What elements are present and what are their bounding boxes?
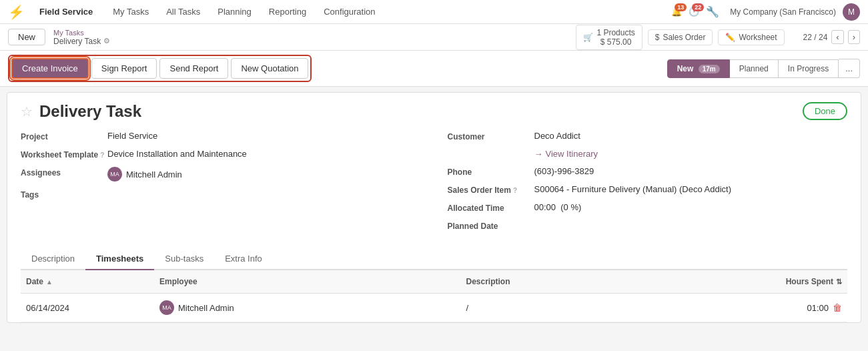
adjust-icon[interactable]: ⇅ [836, 278, 842, 286]
nav-configuration[interactable]: Configuration [321, 4, 378, 19]
th-employee: Employee [154, 274, 461, 289]
customer-label: Customer [448, 131, 534, 141]
th-hours-spent: Hours Spent ⇅ [767, 274, 847, 289]
customer-row: Customer Deco Addict [448, 127, 848, 145]
assignee-name: Mitchell Admin [126, 169, 182, 180]
status-time-badge: 17m [699, 65, 720, 73]
breadcrumb: My Tasks Delivery Task ⚙ [53, 29, 110, 46]
status-planned[interactable]: Planned [730, 59, 779, 78]
favorite-icon[interactable]: ☆ [21, 103, 33, 119]
allocated-time-label: Allocated Time [448, 202, 534, 213]
breadcrumb-parent[interactable]: My Tasks [53, 29, 110, 37]
assignee-avatar: MA [107, 167, 122, 182]
tags-row: Tags [21, 186, 421, 204]
action-highlight-box: Create Invoice Sign Report Send Report N… [8, 55, 312, 82]
products-button[interactable]: 🛒 1 Products $ 575.00 [576, 25, 642, 50]
dollar-icon: $ [655, 33, 660, 42]
products-label: 1 Products $ 575.00 [596, 28, 634, 47]
td-description: / [461, 296, 768, 319]
worksheet-template-value: Device Installation and Maintenance [107, 149, 247, 159]
view-itinerary-row: → View Itinerary [448, 145, 848, 163]
status-new[interactable]: New 17m [667, 59, 730, 78]
sales-order-item-value: S00064 - Furniture Delivery (Manual) (De… [534, 184, 732, 194]
assignees-label: Assignees [21, 167, 107, 178]
assignees-row: Assignees MA Mitchell Admin [21, 163, 421, 186]
content-header: ☆ Delivery Task Done [7, 93, 861, 127]
customer-value: Deco Addict [534, 131, 580, 141]
sales-order-help-icon[interactable]: ? [513, 187, 517, 194]
delete-row-icon[interactable]: 🗑 [833, 302, 842, 313]
next-button[interactable]: › [848, 30, 860, 44]
new-button[interactable]: New [8, 29, 45, 45]
app-name[interactable]: Field Service [39, 7, 93, 17]
app-logo: ⚡ [8, 4, 25, 20]
new-quotation-button[interactable]: New Quotation [231, 58, 308, 79]
th-date: Date ▲ [21, 274, 154, 289]
th-description: Description [461, 274, 768, 289]
tab-timesheets[interactable]: Timesheets [85, 248, 154, 270]
cart-icon: 🛒 [583, 33, 593, 42]
employee-avatar: MA [159, 300, 174, 315]
pencil-icon: ✏️ [725, 33, 735, 42]
settings-icon[interactable]: ⚙ [103, 37, 110, 45]
status-more-button[interactable]: ... [839, 59, 860, 78]
status-bar: New 17m Planned In Progress ... [667, 59, 860, 78]
allocated-time-row: Allocated Time 00:00 (0 %) [448, 199, 848, 217]
assignee-row: MA Mitchell Admin [107, 167, 182, 182]
create-invoice-button[interactable]: Create Invoice [11, 58, 89, 79]
sort-date-icon[interactable]: ▲ [46, 278, 53, 286]
planned-date-label: Planned Date [448, 220, 534, 231]
tools-icon[interactable]: 🔧 [706, 5, 719, 18]
tab-description[interactable]: Description [21, 248, 85, 270]
form-section: Project Field Service Worksheet Template… [7, 127, 861, 242]
table-row: 06/14/2024 MA Mitchell Admin / 01:00 🗑 [21, 294, 847, 322]
tab-sub-tasks[interactable]: Sub-tasks [154, 248, 214, 270]
td-hours-spent: 01:00 🗑 [767, 296, 847, 319]
td-employee: MA Mitchell Admin [154, 296, 461, 319]
phone-label: Phone [448, 166, 534, 177]
view-itinerary-link[interactable]: → View Itinerary [534, 149, 598, 159]
status-in-progress[interactable]: In Progress [779, 59, 839, 78]
tabs-container: Description Timesheets Sub-tasks Extra I… [21, 248, 847, 270]
sign-report-button[interactable]: Sign Report [91, 58, 157, 79]
nav-my-tasks[interactable]: My Tasks [110, 4, 151, 19]
sales-order-button[interactable]: $ Sales Order [648, 29, 713, 45]
project-value: Field Service [107, 131, 157, 141]
worksheet-template-label: Worksheet Template ? [21, 149, 107, 159]
timesheet-table: Date ▲ Employee Description Hours Spent … [21, 270, 847, 322]
main-content: ☆ Delivery Task Done Project Field Servi… [7, 92, 861, 323]
tab-extra-info[interactable]: Extra Info [214, 248, 273, 270]
alerts-count: 22 [692, 3, 704, 11]
worksheet-template-row: Worksheet Template ? Device Installation… [21, 145, 421, 163]
breadcrumb-current: Delivery Task ⚙ [53, 37, 110, 46]
nav-reporting[interactable]: Reporting [266, 4, 309, 19]
table-header: Date ▲ Employee Description Hours Spent … [21, 270, 847, 294]
allocated-time-value: 00:00 (0 %) [534, 202, 582, 212]
notifications-count: 13 [675, 3, 687, 11]
project-label: Project [21, 131, 107, 141]
td-date: 06/14/2024 [21, 296, 154, 319]
title-row: ☆ Delivery Task [21, 102, 141, 121]
sales-order-item-label: Sales Order Item ? [448, 184, 534, 195]
project-row: Project Field Service [21, 127, 421, 145]
nav-all-tasks[interactable]: All Tasks [163, 4, 203, 19]
send-report-button[interactable]: Send Report [159, 58, 228, 79]
planned-date-row: Planned Date [448, 217, 848, 235]
prev-button[interactable]: ‹ [831, 30, 843, 44]
pagination-text: 22 / 24 [803, 33, 828, 42]
worksheet-help-icon[interactable]: ? [100, 151, 104, 159]
user-avatar[interactable]: M [843, 3, 860, 21]
tags-label: Tags [21, 189, 107, 200]
alerts-badge[interactable]: 🕐 22 [689, 7, 699, 17]
done-badge[interactable]: Done [803, 102, 847, 120]
notifications-badge[interactable]: 🔔 13 [671, 7, 682, 17]
nav-planning[interactable]: Planning [215, 4, 254, 19]
phone-value: (603)-996-3829 [534, 166, 594, 176]
sales-order-item-row: Sales Order Item ? S00064 - Furniture De… [448, 181, 848, 199]
company-name[interactable]: My Company (San Francisco) [730, 7, 836, 17]
phone-row: Phone (603)-996-3829 [448, 163, 848, 181]
page-title: Delivery Task [39, 102, 141, 121]
worksheet-button[interactable]: ✏️ Worksheet [718, 29, 784, 45]
